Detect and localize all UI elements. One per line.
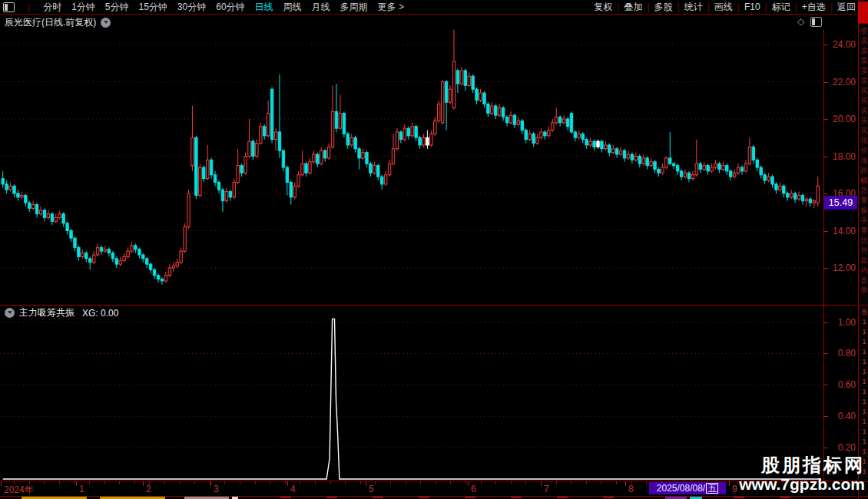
candle-body [17,193,19,197]
action-button-标记[interactable]: 标记 [772,0,790,14]
candle-body [274,132,277,140]
x-minor-tick [44,481,45,484]
action-button-叠加[interactable]: 叠加 [624,0,642,14]
x-axis-label: 2 [146,484,151,494]
clipped-text-fragment [465,497,475,498]
indicator-plot[interactable] [0,306,823,481]
chart-title-row: 辰光医疗(日线.前复权) [5,16,111,28]
candle-body [801,195,803,200]
action-button-画线[interactable]: 画线 [714,0,733,14]
candle-body [157,276,159,279]
candle-body [9,186,12,190]
x-minor-tick [360,481,361,484]
candle-body [748,147,750,164]
chevron-down-icon[interactable] [101,18,111,28]
candle-body [191,137,194,165]
x-axis-label: 1 [79,484,84,494]
candle-body [793,193,796,199]
x-major-tick [76,481,77,486]
clipped-text-fragment [557,497,568,498]
candle-body [605,145,607,149]
candle-body [544,132,546,136]
period-tab-30分钟[interactable]: 30分钟 [177,0,206,14]
diamond-icon[interactable]: ◇ [797,16,804,27]
pane-split-icon[interactable] [810,17,822,27]
axis-label: 0.60 [823,379,856,390]
period-tab-5分钟[interactable]: 5分钟 [105,0,129,14]
main-chart-plot[interactable] [0,29,823,305]
indicator-name: 主力吸筹共振 [19,306,75,319]
candle-body [388,164,390,175]
candle-body [260,127,262,144]
candle-body [252,141,254,156]
candle-body [650,162,652,166]
period-tab-日线[interactable]: 日线 [255,0,273,14]
action-button-+自选[interactable]: +自选 [802,0,826,14]
axis-label: 24.00 [823,39,856,50]
candle-body [240,166,243,173]
layout-split-icon[interactable] [3,2,15,12]
period-tab-分时[interactable]: 分时 [43,0,61,14]
chevron-down-icon[interactable] [5,308,15,318]
candle-body [718,164,721,169]
candle-body [176,263,178,266]
action-button-多股[interactable]: 多股 [654,0,673,14]
x-minor-tick [450,481,451,484]
current-date-text: 2025/08/08/ [657,483,705,494]
candle-body [343,114,345,134]
corner-red-block [858,2,868,23]
action-button-统计[interactable]: 统计 [684,0,703,14]
axis-tick [823,448,828,448]
x-major-tick [287,481,288,486]
axis-tick [823,157,828,157]
period-tab-月线[interactable]: 月线 [312,0,330,14]
candle-body [323,150,326,158]
indicator-header: 主力吸筹共振 XG: 0.00 [5,307,118,319]
action-button-F10[interactable]: F10 [744,0,760,14]
candle-body [35,205,38,214]
period-tab-60分钟[interactable]: 60分钟 [216,0,244,14]
period-tab-更多 >[interactable]: 更多 > [378,0,404,14]
candle-body [756,160,758,167]
current-date-box: 2025/08/08/五 [649,482,726,494]
candle-body [555,117,558,123]
candle-body [797,195,800,199]
x-axis-label: 5 [369,484,374,494]
candle-body [203,167,205,179]
candle-body [104,250,106,251]
x-major-tick [625,481,626,486]
candle-body [58,214,61,218]
candle-body [722,166,724,170]
candle-body [301,164,303,175]
candle-body [339,114,341,128]
candle-body [153,269,155,275]
x-minor-tick [436,481,436,484]
x-minor-tick [495,481,496,484]
candle-body [574,132,576,137]
candle-body [286,167,288,182]
candle-body [707,166,709,171]
candle-body [445,82,447,103]
toolbar-separator: | [765,0,767,14]
candle-body [566,119,568,127]
period-tab-1分钟[interactable]: 1分钟 [71,0,95,14]
candle-body [270,89,273,139]
candle-body [134,246,137,250]
period-tab-多周期[interactable]: 多周期 [340,0,368,14]
action-button-复权[interactable]: 复权 [594,0,612,14]
axis-label: 0.20 [823,442,856,453]
candle-body [142,255,144,259]
period-tab-15分钟[interactable]: 15分钟 [139,0,167,14]
candle-body [47,214,49,218]
candle-body [426,137,429,145]
action-button-返回[interactable]: 返回 [837,0,856,14]
candle-body [642,158,644,164]
x-minor-tick [74,481,75,484]
period-tab-周线[interactable]: 周线 [283,0,302,14]
candle-body [96,247,98,255]
candle-body [419,137,421,145]
candle-body [210,160,212,174]
candle-body [438,104,440,121]
clipped-text-fragment [326,497,337,498]
candle-body [335,111,337,128]
